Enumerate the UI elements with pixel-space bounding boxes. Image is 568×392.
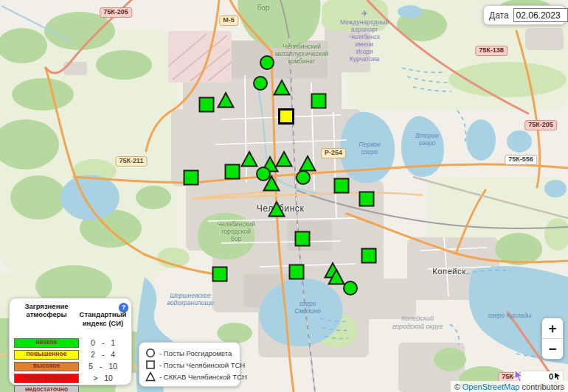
station-marker-circle[interactable] (294, 168, 313, 187)
pollution-rows: низкое0 - 1повышенное2 - 4высокое5 - 10о… (14, 338, 127, 392)
station-marker-square[interactable] (197, 95, 216, 114)
date-panel: Дата (483, 5, 566, 25)
si-header-text: Стандартный индекс (СИ) (80, 310, 127, 326)
square-marker-icon (145, 360, 156, 370)
station-marker-square[interactable] (293, 229, 312, 248)
station-marker-square[interactable] (357, 189, 376, 209)
air-monitoring-map-app: ЧелябинскКопейскборЧелябинский металлург… (0, 0, 568, 392)
zoom-in-button[interactable]: + (542, 318, 563, 338)
attribution-copyright: © (454, 382, 463, 391)
station-marker-triangle[interactable] (274, 150, 294, 169)
si-range-value: 2 - 4 (79, 350, 127, 359)
date-label: Дата (489, 10, 509, 21)
pollution-level-swatch: очень высокое (14, 374, 79, 383)
map-attribution: © OpenStreetMap contributors (451, 381, 568, 392)
circle-marker-icon (145, 348, 156, 358)
measure-bar[interactable]: 0 (521, 371, 563, 381)
pollution-level-swatch: низкое (14, 338, 79, 348)
pollution-level-row: недостаточно данных (14, 385, 127, 392)
pollution-column-header: Загрязнение атмосферы (14, 302, 79, 336)
station-marker-square[interactable] (277, 107, 296, 126)
marker-type-row: - Посты Росгидромета (145, 347, 234, 359)
station-marker-circle[interactable] (341, 279, 360, 298)
mouse-cursor-icon (514, 369, 526, 382)
station-marker-square[interactable] (309, 91, 328, 111)
marker-type-label: - СККАВ Челябинской ТСН (159, 373, 247, 381)
pollution-level-swatch: повышенное (14, 350, 79, 360)
station-marker-triangle[interactable] (216, 91, 235, 110)
marker-type-label: - Посты Росгидромета (159, 349, 232, 357)
station-marker-square[interactable] (181, 168, 201, 187)
si-range-value: 5 - 10 (79, 362, 127, 371)
pollution-level-swatch: недостаточно данных (14, 385, 79, 392)
date-input[interactable] (513, 8, 568, 22)
station-marker-triangle[interactable] (267, 200, 286, 219)
pollution-level-row: очень высокое> 10 (14, 374, 127, 383)
si-range-value: 0 - 1 (79, 338, 127, 347)
station-marker-square[interactable] (332, 176, 351, 195)
station-marker-square[interactable] (359, 246, 378, 265)
station-marker-triangle[interactable] (272, 78, 291, 97)
station-marker-square[interactable] (210, 265, 229, 284)
attribution-suffix: contributors (519, 382, 564, 391)
pollution-level-row: высокое5 - 10 (14, 362, 127, 371)
station-marker-triangle[interactable] (262, 174, 281, 193)
si-range-value: > 10 (79, 374, 127, 382)
marker-types-legend-panel: - Посты Росгидромета- Посты Челябинской … (139, 342, 240, 387)
marker-type-label: - Посты Челябинской ТСН (159, 361, 245, 369)
station-marker-circle[interactable] (257, 53, 277, 72)
marker-type-row: - СККАВ Челябинской ТСН (145, 371, 234, 382)
triangle-marker-icon (145, 371, 156, 382)
pollution-level-row: низкое0 - 1 (14, 338, 127, 348)
si-column-header: Стандартный индекс (СИ) ? (79, 302, 127, 336)
pollution-level-swatch: высокое (14, 362, 79, 371)
zoom-control: + − (541, 318, 564, 360)
zoom-out-button[interactable]: − (542, 339, 563, 359)
marker-type-row: - Посты Челябинской ТСН (145, 359, 234, 371)
osm-link[interactable]: OpenStreetMap (463, 382, 520, 391)
marker-type-rows: - Посты Росгидромета- Посты Челябинской … (145, 347, 234, 382)
station-marker-circle[interactable] (251, 74, 270, 93)
help-icon[interactable]: ? (119, 303, 128, 312)
pollution-legend-panel: Загрязнение атмосферы Стандартный индекс… (9, 298, 132, 385)
cursor-icon (554, 372, 561, 380)
pollution-level-row: повышенное2 - 4 (14, 350, 127, 360)
station-marker-square[interactable] (287, 262, 306, 281)
measure-value: 0 (549, 372, 553, 381)
